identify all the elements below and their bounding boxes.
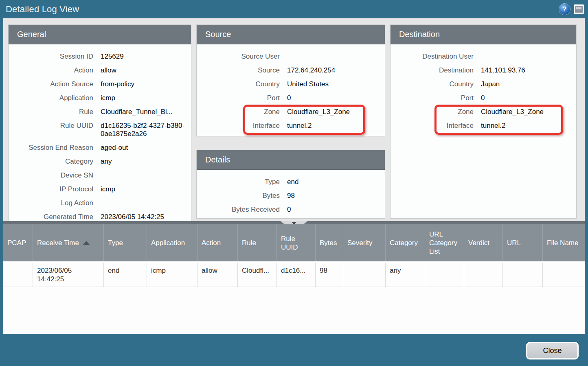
column-header-bytes[interactable]: Bytes (316, 224, 343, 261)
field-value: allow (93, 66, 191, 75)
column-header-type[interactable]: Type (104, 224, 147, 261)
field-value: icmp (93, 94, 191, 102)
field-row-country: Country Japan (391, 77, 576, 91)
field-row-category: Category any (9, 155, 191, 169)
field-label: Port (197, 94, 280, 102)
column-header-file-name[interactable]: File Name (543, 224, 585, 261)
cell-pcap (3, 263, 33, 287)
column-header-verdict[interactable]: Verdict (464, 224, 503, 261)
field-row-ip-protocol: IP Protocol icmp (9, 182, 191, 196)
field-value: 141.101.93.76 (474, 66, 576, 75)
field-row-rule-uuid: Rule UUID d1c16235-b2f2-4327-b380-0ae187… (9, 119, 191, 141)
page-title: Detailed Log View (6, 0, 79, 18)
field-value: 98 (280, 192, 385, 200)
field-label: Country (197, 80, 280, 88)
help-icon[interactable]: ? (559, 4, 570, 15)
column-header-application[interactable]: Application (147, 224, 197, 261)
titlebar-icons: ? (559, 0, 584, 18)
field-label: Destination (391, 66, 474, 75)
column-header-severity[interactable]: Severity (343, 224, 386, 261)
detailed-log-view-dialog: Detailed Log View ? General Session ID 1… (0, 0, 588, 366)
field-row-interface: Interface tunnel.2 (197, 119, 385, 133)
field-row-country: Country United States (197, 77, 385, 91)
field-label: Action (9, 66, 93, 75)
log-table-header: PCAP Receive Time Type Application Actio… (3, 224, 585, 263)
field-label: Zone (391, 108, 474, 116)
column-header-receive-time[interactable]: Receive Time (33, 224, 104, 261)
cell-rule-uuid: d1c16... (277, 263, 316, 287)
field-label: IP Protocol (9, 185, 93, 193)
field-value: tunnel.2 (280, 122, 385, 130)
field-row-interface: Interface tunnel.2 (391, 119, 576, 133)
column-header-url-category-list[interactable]: URL Category List (425, 224, 464, 261)
column-header-category[interactable]: Category (386, 224, 425, 261)
field-value (474, 53, 576, 61)
field-row-action-source: Action Source from-policy (9, 77, 191, 91)
details-panel-header: Details (197, 150, 385, 170)
window-restore-icon[interactable] (574, 4, 584, 14)
field-value: aged-out (93, 144, 191, 152)
cell-category: any (386, 263, 425, 287)
field-value: tunnel.2 (474, 122, 576, 130)
source-panel-body: Source User Source 172.64.240.254 Countr… (197, 44, 385, 133)
field-row-port: Port 0 (391, 91, 576, 105)
field-label: Type (197, 178, 280, 186)
field-label: Application (9, 94, 93, 102)
general-panel-body: Session ID 125629 Action allow Action So… (9, 44, 191, 221)
field-row-type: Type end (197, 175, 385, 189)
field-label: Session ID (9, 53, 93, 61)
column-header-pcap[interactable]: PCAP (3, 224, 33, 261)
field-row-device-sn: Device SN (9, 169, 191, 182)
source-panel-header: Source (197, 25, 385, 44)
field-row-log-action: Log Action (9, 196, 191, 210)
field-label: Interface (197, 122, 280, 130)
cell-severity (343, 263, 386, 287)
field-value: Cloudflare_Tunnel_Bi... (93, 108, 191, 116)
close-button[interactable]: Close (526, 342, 579, 359)
field-value: icmp (93, 185, 191, 193)
column-header-url[interactable]: URL (503, 224, 543, 261)
field-label: Log Action (9, 199, 93, 207)
cell-type: end (104, 263, 147, 287)
cell-bytes: 98 (316, 263, 343, 287)
field-value: from-policy (93, 80, 191, 88)
field-value: Cloudflare_L3_Zone (280, 108, 385, 116)
title-bar: Detailed Log View ? (0, 0, 588, 18)
field-label: Bytes Received (197, 206, 280, 214)
log-table: PCAP Receive Time Type Application Actio… (3, 224, 585, 334)
field-value: 0 (280, 94, 385, 102)
column-header-rule[interactable]: Rule (238, 224, 277, 261)
cell-url (503, 263, 543, 287)
sort-ascending-icon (83, 241, 90, 245)
field-value: 0 (280, 206, 385, 214)
field-row-rule: Rule Cloudflare_Tunnel_Bi... (9, 105, 191, 119)
field-value: 2023/06/05 14:42:25 (93, 213, 191, 221)
column-header-rule-uuid[interactable]: Rule UUID (277, 224, 316, 261)
table-row[interactable]: 2023/06/05 14:42:25 end icmp allow Cloud… (3, 263, 585, 287)
field-row-source: Source 172.64.240.254 (197, 64, 385, 77)
field-row-source-user: Source User (197, 50, 385, 64)
panel-table-splitter[interactable] (3, 221, 585, 224)
field-label: Port (391, 94, 474, 102)
field-row-destination-user: Destination User (391, 50, 576, 64)
field-row-action: Action allow (9, 64, 191, 77)
details-panel-body: Type end Bytes 98 Bytes Received 0 (197, 170, 385, 217)
field-label: Bytes (197, 192, 280, 200)
general-panel: General Session ID 125629 Action allow A… (8, 24, 191, 221)
column-header-action[interactable]: Action (197, 224, 238, 261)
window-restore-band (576, 7, 581, 9)
field-value: 172.64.240.254 (280, 66, 385, 75)
destination-panel: Destination Destination User Destination… (390, 24, 577, 219)
field-label: Zone (197, 108, 280, 116)
field-value: any (93, 158, 191, 166)
cell-file-name (543, 263, 585, 287)
cell-receive-time: 2023/06/05 14:42:25 (33, 263, 104, 287)
destination-panel-body: Destination User Destination 141.101.93.… (391, 44, 576, 133)
field-label: Destination User (391, 53, 474, 61)
field-label: Device SN (9, 171, 93, 180)
field-value: United States (280, 80, 385, 88)
field-label: Generated Time (9, 213, 93, 221)
field-row-session-id: Session ID 125629 (9, 50, 191, 64)
field-row-port: Port 0 (197, 91, 385, 105)
window-restore-glyph (575, 6, 583, 13)
